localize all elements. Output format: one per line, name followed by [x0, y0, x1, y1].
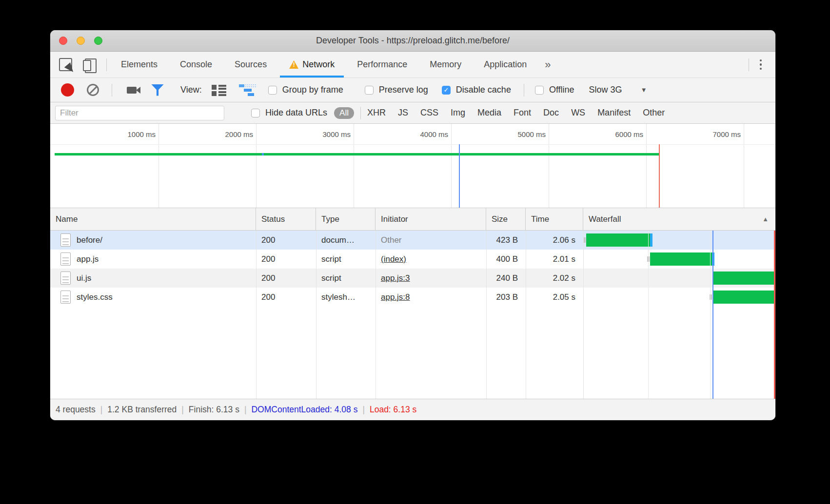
chevron-down-icon[interactable]: ▼ [641, 86, 647, 94]
filter-type-js[interactable]: JS [398, 108, 408, 118]
hide-data-urls-label: Hide data URLs [265, 108, 327, 118]
view-label: View: [180, 85, 202, 95]
initiator-link[interactable]: app.js:3 [381, 273, 410, 283]
filter-type-manifest[interactable]: Manifest [597, 108, 631, 118]
device-toolbar-icon[interactable] [83, 58, 97, 71]
document-icon [60, 233, 71, 247]
offline-control[interactable]: ✓ Offline [535, 85, 574, 95]
network-overview-timeline[interactable]: 1000 ms 2000 ms 3000 ms 4000 ms 5000 ms … [50, 124, 775, 208]
clear-network-log-icon[interactable] [87, 84, 99, 96]
divider [112, 84, 112, 97]
tab-console[interactable]: Console [169, 52, 223, 78]
column-header-waterfall[interactable]: Waterfall ▲ [583, 208, 775, 230]
hide-data-urls-checkbox[interactable]: ✓ [251, 109, 260, 117]
column-header-status[interactable]: Status [256, 208, 316, 230]
title-bar: Developer Tools - https://preload.glitch… [50, 30, 775, 52]
hide-data-urls-control[interactable]: ✓ Hide data URLs [251, 108, 327, 118]
load-time: Load: 6.13 s [370, 405, 416, 415]
script-icon [60, 271, 71, 285]
ruler-baseline [50, 144, 775, 145]
tab-elements[interactable]: Elements [110, 52, 169, 78]
script-icon [60, 252, 71, 266]
column-header-initiator[interactable]: Initiator [375, 208, 486, 230]
offline-checkbox[interactable]: ✓ [535, 86, 544, 95]
column-header-type[interactable]: Type [316, 208, 375, 230]
preserve-log-control[interactable]: ✓ Preserve log [365, 85, 428, 95]
requests-table-header: Name Status Type Initiator Size Time Wat… [50, 208, 775, 231]
column-header-size[interactable]: Size [486, 208, 526, 230]
overview-request-band [55, 153, 659, 155]
summary-bar: 4 requests | 1.2 KB transferred | Finish… [50, 399, 775, 420]
waterfall-bar[interactable] [586, 233, 650, 247]
tab-performance[interactable]: Performance [346, 52, 418, 78]
dcl-time: DOMContentLoaded: 4.08 s [251, 405, 357, 415]
filter-type-ws[interactable]: WS [571, 108, 585, 118]
filter-type-doc[interactable]: Doc [543, 108, 559, 118]
preserve-log-label: Preserve log [379, 85, 428, 95]
disable-cache-control[interactable]: ✓ Disable cache [442, 85, 511, 95]
column-header-time[interactable]: Time [526, 208, 583, 230]
divider [360, 107, 361, 119]
table-row[interactable]: app.js 200 script (index) 400 B 2.01 s [50, 250, 775, 269]
filter-type-all[interactable]: All [334, 107, 354, 119]
column-header-name[interactable]: Name [50, 208, 256, 230]
tab-memory[interactable]: Memory [418, 52, 473, 78]
offline-label: Offline [549, 85, 574, 95]
throttling-select[interactable]: Slow 3G [589, 85, 622, 95]
large-request-rows-icon[interactable] [212, 84, 226, 96]
close-window-button[interactable] [59, 37, 67, 45]
tab-network[interactable]: Network [278, 52, 346, 78]
ruler-tick: 7000 ms [641, 130, 741, 138]
record-network-log-button[interactable] [61, 83, 74, 97]
filter-bar: ✓ Hide data URLs All XHR JS CSS Img Medi… [50, 102, 775, 124]
ruler-tick: 2000 ms [154, 130, 253, 138]
zoom-window-button[interactable] [94, 37, 102, 45]
ruler-tick: 3000 ms [251, 130, 351, 138]
filter-type-media[interactable]: Media [477, 108, 501, 118]
transferred-size: 1.2 KB transferred [107, 405, 177, 415]
capture-screenshots-icon[interactable] [127, 87, 137, 94]
disable-cache-checkbox[interactable]: ✓ [442, 86, 451, 95]
minimize-window-button[interactable] [77, 37, 85, 45]
show-overview-icon[interactable] [239, 84, 257, 96]
filter-type-other[interactable]: Other [643, 108, 665, 118]
inspect-element-icon[interactable] [59, 58, 72, 71]
filter-input[interactable] [55, 106, 224, 120]
initiator-link[interactable]: app.js:8 [381, 292, 410, 302]
gridline [744, 124, 744, 208]
initiator-link[interactable]: (index) [381, 254, 406, 264]
request-count: 4 requests [56, 405, 96, 415]
more-tabs-chevron-icon[interactable]: » [538, 52, 557, 78]
group-by-frame-label: Group by frame [282, 85, 343, 95]
overview-download-tick [262, 153, 264, 155]
network-toolbar: View: ✓ Group by frame ✓ Preserve log ✓ … [50, 78, 775, 102]
requests-table-body: before/ 200 docum… Other 423 B 2.06 s ap… [50, 231, 775, 399]
disable-cache-label: Disable cache [456, 85, 511, 95]
ruler-tick: 4000 ms [349, 130, 448, 138]
table-row[interactable]: styles.css 200 stylesh… app.js:8 203 B 2… [50, 288, 775, 307]
divider [524, 84, 524, 97]
group-by-frame-checkbox[interactable]: ✓ [268, 86, 277, 95]
table-row[interactable]: before/ 200 docum… Other 423 B 2.06 s [50, 231, 775, 250]
filter-type-css[interactable]: CSS [420, 108, 438, 118]
filter-type-xhr[interactable]: XHR [367, 108, 386, 118]
load-marker-line [659, 144, 660, 208]
group-by-frame-control[interactable]: ✓ Group by frame [268, 85, 343, 95]
devtools-tab-bar: Elements Console Sources Network Perform… [50, 52, 775, 78]
panel-tabs: Elements Console Sources Network Perform… [110, 52, 558, 78]
table-row[interactable]: ui.js 200 script app.js:3 240 B 2.02 s [50, 269, 775, 288]
filter-toggle-icon[interactable] [151, 84, 164, 96]
preserve-log-checkbox[interactable]: ✓ [365, 86, 374, 95]
filter-type-font[interactable]: Font [514, 108, 531, 118]
devtools-window: Developer Tools - https://preload.glitch… [50, 30, 775, 420]
tab-application[interactable]: Application [473, 52, 538, 78]
waterfall-bar[interactable] [712, 291, 775, 304]
window-title: Developer Tools - https://preload.glitch… [316, 36, 510, 46]
tab-sources[interactable]: Sources [223, 52, 278, 78]
sort-ascending-icon: ▲ [762, 215, 769, 223]
stylesheet-icon [60, 291, 71, 304]
kebab-menu-icon[interactable] [758, 58, 764, 72]
waterfall-bar[interactable] [712, 271, 775, 285]
waterfall-bar[interactable] [650, 252, 712, 266]
filter-type-img[interactable]: Img [451, 108, 465, 118]
